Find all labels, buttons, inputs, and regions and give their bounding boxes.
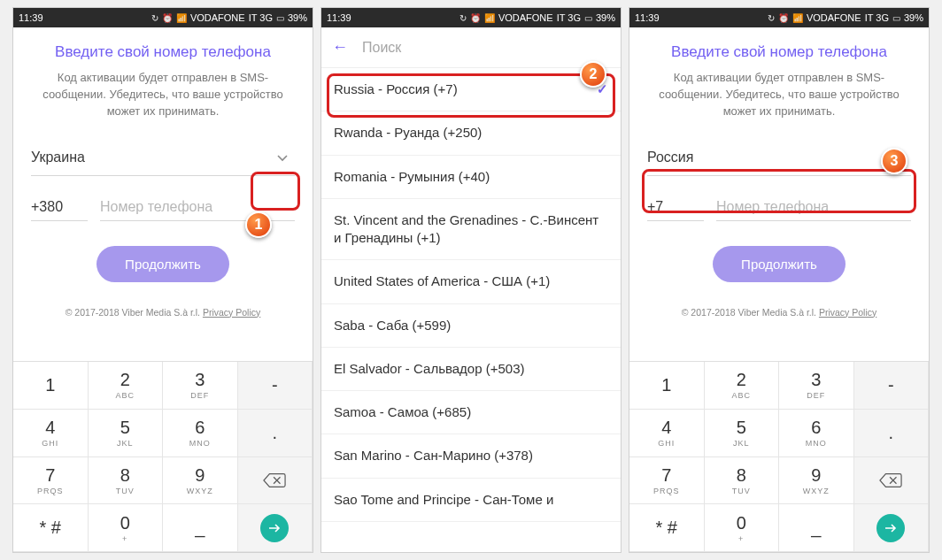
battery-icon: ▭ [584,13,592,23]
country-list-item[interactable]: El Salvador - Сальвадор (+503) [321,348,621,391]
privacy-link[interactable]: Privacy Policy [203,307,260,318]
battery-icon: ▭ [892,13,900,23]
search-header: ← Поиск [321,27,621,68]
keypad-key[interactable]: 5JKL [705,410,780,457]
country-selector[interactable]: Россия [647,140,911,176]
status-bar: 11:39 ↻ ⏰ 📶 VODAFONE IT 3G ▭ 39% [629,8,929,27]
status-battery: 39% [596,12,615,23]
keypad-key[interactable]: 4GHI [13,410,89,457]
status-battery: 39% [288,12,307,23]
country-name: Россия [647,150,886,165]
search-input[interactable]: Поиск [362,40,401,56]
sync-icon: ↻ [151,13,158,23]
sync-icon: ↻ [459,13,467,23]
keypad-key[interactable]: 7PRQS [629,457,705,505]
keypad-key[interactable]: 4GHI [629,410,705,457]
signal-icon: 📶 [792,13,803,23]
signal-icon: 📶 [176,13,187,23]
status-time: 11:39 [327,12,351,23]
signal-icon: 📶 [484,13,495,23]
continue-button[interactable]: Продолжить [713,246,845,282]
phone-screen-3: 11:39 ↻ ⏰ 📶 VODAFONE IT 3G ▭ 39% Введите… [629,7,930,553]
keypad-key[interactable]: 5JKL [89,410,164,457]
status-time: 11:39 [635,12,660,23]
keypad-key[interactable]: 0+ [705,504,780,552]
country-code[interactable]: +7 [647,194,704,221]
sync-icon: ↻ [768,13,775,23]
country-selector[interactable]: Украина [31,140,295,176]
country-list-item[interactable]: Russia - Россия (+7)✓ [321,68,621,111]
keypad-key[interactable]: 3DEF [779,362,854,410]
phone-row: +380 Номер телефона [31,194,295,221]
enter-key[interactable] [238,504,313,552]
phone-row: +7 Номер телефона [647,194,911,221]
keypad-key[interactable]: 2ABC [89,362,164,410]
keypad-key[interactable]: 1 [13,362,89,410]
keypad-key[interactable]: 3DEF [163,362,238,410]
keypad-key[interactable]: - [238,362,313,410]
footer: © 2017-2018 Viber Media S.à r.l. Privacy… [66,307,261,318]
footer-copyright: © 2017-2018 Viber Media S.à r.l. [682,307,819,318]
keypad-key[interactable]: 2ABC [705,362,780,410]
footer-copyright: © 2017-2018 Viber Media S.à r.l. [66,307,203,318]
country-list-item[interactable]: Saba - Саба (+599) [321,304,621,348]
keypad-key[interactable]: 7PRQS [13,457,89,505]
keypad-key[interactable]: . [854,410,930,457]
country-list[interactable]: Russia - Россия (+7)✓Rwanda - Руанда (+2… [321,68,621,552]
country-code[interactable]: +380 [31,194,88,221]
keypad-key[interactable]: 6MNO [163,410,238,457]
continue-button[interactable]: Продолжить [97,246,229,282]
chevron-down-icon[interactable] [270,145,295,170]
status-bar: 11:39 ↻ ⏰ 📶 VODAFONE IT 3G ▭ 39% [321,8,621,27]
status-net: IT 3G [865,12,889,23]
phone-screen-2: 11:39 ↻ ⏰ 📶 VODAFONE IT 3G ▭ 39% ← Поиск… [320,7,622,553]
phone-input[interactable]: Номер телефона [100,194,295,221]
keypad-key[interactable]: 9WXYZ [163,457,238,505]
alarm-icon: ⏰ [470,13,481,23]
enter-key[interactable] [854,504,930,552]
keypad-key[interactable]: 6MNO [779,410,854,457]
keypad-key[interactable]: 8TUV [705,457,780,505]
keypad-key[interactable]: _ [163,504,238,552]
main-content: Введите свой номер телефона Код активаци… [13,27,313,361]
numeric-keypad: 12ABC3DEF-4GHI5JKL6MNO.7PRQS8TUV9WXYZ* #… [629,361,929,552]
chevron-down-icon[interactable] [886,145,911,170]
phone-input[interactable]: Номер телефона [716,194,911,221]
battery-icon: ▭ [276,13,284,23]
numeric-keypad: 12ABC3DEF-4GHI5JKL6MNO.7PRQS8TUV9WXYZ* #… [13,361,313,552]
page-title: Введите свой номер телефона [55,43,271,61]
status-net: IT 3G [249,12,273,23]
country-list-item[interactable]: Sao Tome and Principe - Сан-Томе и [321,479,621,522]
status-carrier: VODAFONE [498,12,553,23]
page-title: Введите свой номер телефона [671,43,887,61]
keypad-key[interactable]: - [854,362,930,410]
keypad-key[interactable]: _ [779,504,854,552]
country-list-item[interactable]: Rwanda - Руанда (+250) [321,111,621,155]
country-list-item[interactable]: United States of America - США (+1) [321,260,621,303]
back-arrow-icon[interactable]: ← [332,38,348,57]
alarm-icon: ⏰ [778,13,789,23]
privacy-link[interactable]: Privacy Policy [819,307,876,318]
country-list-item[interactable]: San Marino - Сан-Марино (+378) [321,434,621,478]
status-carrier: VODAFONE [807,12,861,23]
status-net: IT 3G [557,12,581,23]
keypad-key[interactable]: 1 [629,362,705,410]
status-carrier: VODAFONE [190,12,245,23]
status-time: 11:39 [19,12,43,23]
country-list-item[interactable]: Samoa - Самоа (+685) [321,391,621,434]
keypad-key[interactable]: * # [13,504,89,552]
country-name: Украина [31,150,270,165]
keypad-key[interactable]: 9WXYZ [779,457,854,505]
country-list-item[interactable]: Romania - Румыния (+40) [321,156,621,199]
backspace-key[interactable] [854,457,930,505]
country-list-item[interactable]: St. Vincent and the Grenadines - С.-Винс… [321,199,621,261]
keypad-key[interactable]: . [238,410,313,457]
keypad-key[interactable]: 0+ [89,504,164,552]
backspace-key[interactable] [238,457,313,505]
status-bar: 11:39 ↻ ⏰ 📶 VODAFONE IT 3G ▭ 39% [13,8,313,27]
footer: © 2017-2018 Viber Media S.à r.l. Privacy… [682,307,877,318]
page-subtitle: Код активации будет отправлен в SMS-сооб… [647,70,911,120]
keypad-key[interactable]: * # [629,504,705,552]
keypad-key[interactable]: 8TUV [89,457,164,505]
status-battery: 39% [904,12,923,23]
